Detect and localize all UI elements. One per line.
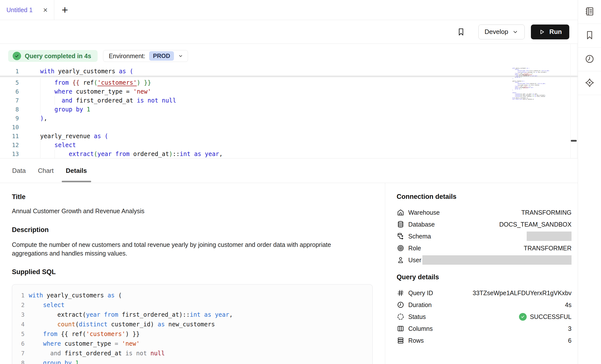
sticky-code-line[interactable]: 1with yearly_customers as ( bbox=[0, 67, 578, 76]
warehouse-icon bbox=[397, 208, 405, 216]
indent-guide bbox=[40, 96, 40, 105]
line-number: 5 bbox=[0, 79, 19, 86]
develop-button[interactable]: Develop bbox=[478, 25, 525, 39]
line-number: 8 bbox=[12, 360, 25, 364]
line-number: 9 bbox=[0, 115, 19, 122]
main-area: Untitled 1 × + Develop Run Query complet… bbox=[0, 0, 578, 364]
details-side-column: Connection details WarehouseTRANSFORMING… bbox=[385, 183, 578, 364]
detail-label: Schema bbox=[408, 233, 431, 240]
success-check-icon bbox=[13, 52, 21, 60]
right-icon-rail bbox=[578, 0, 601, 364]
line-number: 11 bbox=[0, 133, 19, 139]
history-icon bbox=[584, 54, 595, 65]
environment-value-chip: PROD bbox=[149, 51, 174, 61]
indent-guide bbox=[55, 96, 55, 105]
schema-row: Schema bbox=[397, 230, 572, 242]
detail-value: TRANSFORMING bbox=[521, 209, 572, 216]
close-icon[interactable]: × bbox=[43, 6, 48, 14]
status-row: StatusSUCCESSFUL bbox=[397, 311, 572, 323]
code-line[interactable]: 12 select bbox=[0, 141, 578, 150]
code-line[interactable]: 13 extract(year from ordered_at)::int as… bbox=[0, 150, 578, 158]
schema-icon bbox=[397, 232, 405, 240]
code-line: 3 extract(year from first_ordered_at)::i… bbox=[12, 310, 372, 319]
bookmark-icon[interactable] bbox=[457, 27, 465, 36]
indent-guide bbox=[40, 105, 40, 114]
chevron-down-icon bbox=[512, 29, 519, 35]
develop-button-label: Develop bbox=[485, 28, 508, 36]
tab-untitled-1[interactable]: Untitled 1 × bbox=[0, 0, 54, 20]
editor-tab-bar: Untitled 1 × + bbox=[0, 0, 578, 20]
code-line[interactable]: 1with yearly_customers as ( bbox=[0, 67, 578, 76]
query-status-text: Query completed in 4s bbox=[25, 52, 91, 60]
line-number: 12 bbox=[0, 142, 19, 148]
line-number: 7 bbox=[12, 350, 25, 357]
user-icon bbox=[397, 256, 405, 264]
columns-row: Columns3 bbox=[397, 323, 572, 335]
environment-selector[interactable]: Environment: PROD bbox=[103, 50, 188, 62]
detail-value: DOCS_TEAM_SANDBOX bbox=[499, 221, 572, 228]
code-line[interactable]: 11yearly_revenue as ( bbox=[0, 132, 578, 141]
redacted-value bbox=[422, 255, 572, 265]
detail-value: TRANSFORMER bbox=[524, 245, 572, 252]
scrollbar-thumb[interactable] bbox=[571, 140, 577, 142]
detail-label: Columns bbox=[408, 325, 433, 332]
new-tab-button[interactable]: + bbox=[54, 0, 68, 20]
tab-title: Untitled 1 bbox=[6, 6, 33, 14]
query-details-heading: Query details bbox=[397, 273, 572, 281]
code-line: 4 count(distinct customer_id) as new_cus… bbox=[12, 319, 372, 329]
editor-scrollbar[interactable] bbox=[570, 44, 577, 158]
hash-icon bbox=[397, 289, 405, 297]
play-icon bbox=[538, 28, 545, 35]
title-heading: Title bbox=[12, 193, 373, 201]
run-button[interactable]: Run bbox=[531, 25, 569, 39]
rows-row: Rows6 bbox=[397, 335, 572, 346]
description-value: Compute the number of new customers and … bbox=[12, 240, 345, 258]
success-check-icon bbox=[519, 313, 527, 321]
status-badge: SUCCESSFUL bbox=[519, 313, 572, 321]
warehouse-row: WarehouseTRANSFORMING bbox=[397, 207, 572, 218]
rail-button-history[interactable] bbox=[578, 48, 601, 71]
tab-details[interactable]: Details bbox=[62, 158, 91, 183]
database-icon bbox=[397, 220, 405, 228]
query-details-rows: Query ID33TZseWpe1ALFDUYerxR1gVKxbvDurat… bbox=[397, 287, 572, 346]
code-line: 2 select bbox=[12, 300, 372, 310]
bookmark-icon bbox=[584, 30, 595, 41]
indent-guide bbox=[55, 150, 55, 158]
environment-label: Environment: bbox=[109, 52, 145, 60]
code-line: 1with yearly_customers as ( bbox=[12, 290, 372, 300]
details-panel: Title Annual Customer Growth and Revenue… bbox=[0, 183, 578, 364]
tab-chart[interactable]: Chart bbox=[34, 158, 58, 183]
clock-icon bbox=[397, 301, 405, 309]
indent-guide bbox=[40, 78, 40, 87]
rail-button-bookmark[interactable] bbox=[578, 24, 601, 48]
code-line[interactable]: 7 and first_ordered_at is not null bbox=[0, 96, 578, 105]
indent-guide bbox=[40, 87, 40, 96]
rows-icon bbox=[397, 337, 405, 344]
connection-details-rows: WarehouseTRANSFORMINGDatabaseDOCS_TEAM_S… bbox=[397, 207, 572, 266]
code-line[interactable]: 6 where customer_type = 'new' bbox=[0, 87, 578, 96]
role-row: RoleTRANSFORMER bbox=[397, 242, 572, 254]
sql-editor[interactable]: Query completed in 4s Environment: PROD … bbox=[0, 44, 578, 158]
title-value: Annual Customer Growth and Revenue Analy… bbox=[12, 208, 373, 215]
code-line[interactable]: 8 group by 1 bbox=[0, 105, 578, 114]
sticky-scroll-shadow bbox=[0, 76, 578, 78]
code-line[interactable]: 5 from {{ ref('customers') }} bbox=[0, 78, 578, 87]
role-icon bbox=[397, 244, 405, 252]
editor-minimap[interactable]: with yearly_customers as ( select extrac… bbox=[512, 68, 549, 100]
line-number: 6 bbox=[0, 88, 19, 95]
code-line[interactable]: 9), bbox=[0, 114, 578, 123]
detail-label: Database bbox=[408, 221, 435, 228]
detail-value: 6 bbox=[568, 337, 572, 344]
line-number: 1 bbox=[12, 292, 25, 299]
detail-value: 4s bbox=[565, 301, 572, 309]
tab-data[interactable]: Data bbox=[8, 158, 30, 183]
rail-button-lineage[interactable] bbox=[578, 71, 601, 95]
detail-label: Duration bbox=[408, 301, 432, 309]
rail-button-notebook[interactable] bbox=[578, 0, 601, 24]
editor-code-lines[interactable]: 5 from {{ ref('customers') }}6 where cus… bbox=[0, 78, 578, 158]
query-status-bar: Query completed in 4s Environment: PROD bbox=[0, 44, 578, 62]
redacted-value bbox=[527, 232, 572, 241]
line-number: 1 bbox=[0, 68, 19, 75]
editor-code[interactable]: 1with yearly_customers as ( 5 from {{ re… bbox=[0, 67, 578, 158]
code-line[interactable]: 10 bbox=[0, 123, 578, 132]
